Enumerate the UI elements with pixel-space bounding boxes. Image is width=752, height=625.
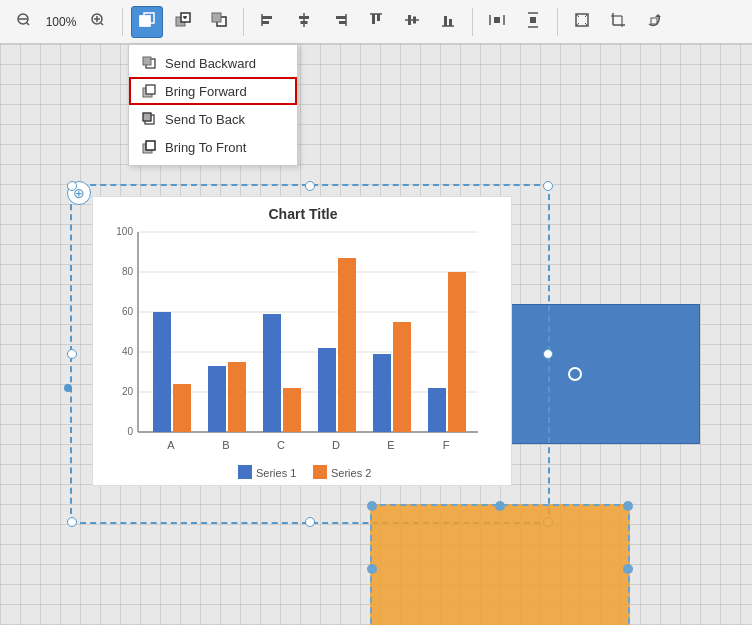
orange-handle-tm[interactable]	[495, 501, 505, 511]
zoom-out-icon	[16, 12, 32, 31]
fit-page-icon	[573, 11, 591, 32]
toolbar: 100%	[0, 0, 752, 44]
separator-1	[122, 8, 123, 36]
align-right-button[interactable]	[324, 6, 356, 38]
svg-rect-26	[372, 14, 375, 24]
bring-to-front-item[interactable]: Bring To Front	[129, 133, 297, 161]
handle-ml[interactable]	[67, 349, 77, 359]
distribute-h-icon	[488, 11, 506, 32]
align-middle-icon	[403, 11, 421, 32]
separator-3	[472, 8, 473, 36]
legend-s1-label: Series 1	[256, 467, 296, 479]
svg-rect-18	[262, 21, 269, 24]
align-center-h-button[interactable]	[288, 6, 320, 38]
bar-d-s2	[338, 258, 356, 432]
svg-rect-54	[146, 85, 155, 94]
svg-rect-36	[494, 17, 500, 23]
align-left-button[interactable]	[252, 6, 284, 38]
bar-e-s2	[393, 322, 411, 432]
chart-inner: Chart Title 0 20 40 60 80 100	[92, 196, 512, 486]
blue-rect-center-handle	[568, 367, 582, 381]
svg-line-2	[27, 23, 29, 25]
zoom-in-icon	[90, 12, 106, 31]
orange-handle-tl[interactable]	[367, 501, 377, 511]
svg-rect-15	[212, 13, 221, 22]
send-to-back-label: Send To Back	[165, 112, 245, 127]
align-bottom-button[interactable]	[432, 6, 464, 38]
send-backward-icon	[141, 55, 157, 71]
send-backward-toolbar-icon	[210, 11, 228, 32]
bar-a-s2	[173, 384, 191, 432]
zoom-in-button[interactable]	[82, 6, 114, 38]
orange-handle-tr[interactable]	[623, 501, 633, 511]
bar-e-s1	[373, 354, 391, 432]
separator-4	[557, 8, 558, 36]
svg-rect-29	[408, 15, 411, 25]
orange-rectangle[interactable]	[370, 504, 630, 625]
bar-c-s1	[263, 314, 281, 432]
align-top-icon	[367, 11, 385, 32]
send-to-back-icon	[141, 111, 157, 127]
svg-text:C: C	[277, 439, 285, 451]
bring-forward-toolbar-icon	[174, 11, 192, 32]
align-left-icon	[259, 11, 277, 32]
svg-rect-39	[530, 17, 536, 23]
bring-to-front-label: Bring To Front	[165, 140, 246, 155]
handle-tl[interactable]	[67, 181, 77, 191]
canvas-area[interactable]: ⊕ Chart Title 0 20 40 60 80 100	[0, 44, 752, 625]
crop-button[interactable]	[602, 6, 634, 38]
send-backward-item[interactable]: Send Backward	[129, 49, 297, 77]
send-to-back-item[interactable]: Send To Back	[129, 105, 297, 133]
chart-svg: Chart Title 0 20 40 60 80 100	[93, 197, 513, 487]
svg-line-6	[101, 23, 103, 25]
bar-f-s2	[448, 272, 466, 432]
send-backward-label: Send Backward	[165, 56, 256, 71]
distribute-v-button[interactable]	[517, 6, 549, 38]
legend-s2-swatch	[313, 465, 327, 479]
svg-text:A: A	[167, 439, 175, 451]
bring-to-front-icon	[141, 139, 157, 155]
align-middle-button[interactable]	[396, 6, 428, 38]
handle-tr[interactable]	[543, 181, 553, 191]
send-backward-toolbar-button[interactable]	[203, 6, 235, 38]
svg-text:60: 60	[122, 306, 134, 317]
chart-selection-container[interactable]: ⊕ Chart Title 0 20 40 60 80 100	[70, 184, 550, 524]
svg-text:B: B	[222, 439, 229, 451]
legend-s1-swatch	[238, 465, 252, 479]
zoom-out-button[interactable]	[8, 6, 40, 38]
legend-s2-label: Series 2	[331, 467, 371, 479]
svg-rect-56	[143, 113, 151, 121]
svg-rect-33	[449, 19, 452, 26]
svg-text:80: 80	[122, 266, 134, 277]
zoom-level-label: 100%	[44, 15, 78, 29]
bar-c-s2	[283, 388, 301, 432]
svg-rect-52	[143, 57, 151, 65]
orange-handle-mr[interactable]	[623, 564, 633, 574]
distribute-h-button[interactable]	[481, 6, 513, 38]
align-bottom-icon	[439, 11, 457, 32]
svg-text:20: 20	[122, 386, 134, 397]
bring-forward-label: Bring Forward	[165, 84, 247, 99]
bring-forward-item[interactable]: Bring Forward	[129, 77, 297, 105]
svg-rect-30	[413, 17, 416, 24]
handle-bm[interactable]	[305, 517, 315, 527]
bring-forward-toolbar-button[interactable]	[167, 6, 199, 38]
orange-handle-ml[interactable]	[367, 564, 377, 574]
bar-f-s1	[428, 388, 446, 432]
layer-order-button[interactable]	[131, 6, 163, 38]
svg-rect-20	[299, 16, 309, 19]
fit-page-button[interactable]	[566, 6, 598, 38]
separator-2	[243, 8, 244, 36]
align-top-button[interactable]	[360, 6, 392, 38]
svg-rect-59	[146, 141, 155, 150]
rotate-button[interactable]	[638, 6, 670, 38]
handle-tm[interactable]	[305, 181, 315, 191]
handle-bl[interactable]	[67, 517, 77, 527]
handle-mr[interactable]	[543, 349, 553, 359]
svg-marker-49	[655, 14, 661, 17]
svg-text:E: E	[387, 439, 394, 451]
bar-b-s2	[228, 362, 246, 432]
layer-dropdown-menu: Send Backward Bring Forward Send To Back	[128, 44, 298, 166]
svg-rect-32	[444, 16, 447, 26]
layer-order-icon	[138, 11, 156, 32]
